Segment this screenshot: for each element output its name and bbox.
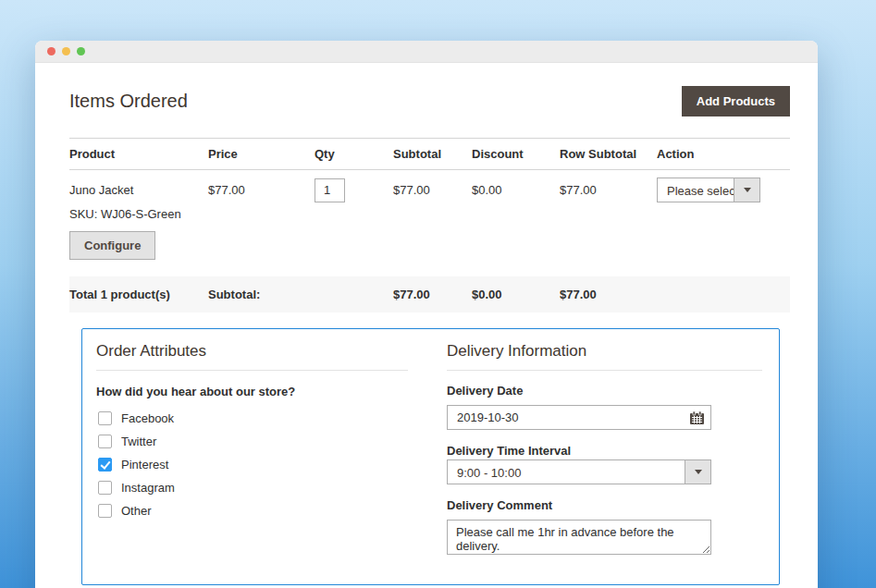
checkbox-option-instagram[interactable]: Instagram <box>96 476 408 499</box>
checkbox-option-facebook[interactable]: Facebook <box>96 407 408 430</box>
row-subtotal-value: $77.00 <box>560 170 657 260</box>
delivery-comment-label: Delivery Comment <box>447 498 762 512</box>
order-attributes-panel: Order Attributes How did you hear about … <box>81 328 780 585</box>
chevron-down-icon[interactable] <box>685 460 710 484</box>
checkbox-option-pinterest[interactable]: Pinterest <box>96 453 408 476</box>
checkbox-icon[interactable] <box>98 504 112 518</box>
configure-button[interactable]: Configure <box>69 231 155 260</box>
checkbox-icon[interactable] <box>98 481 112 495</box>
column-header-product: Product <box>69 139 208 169</box>
column-header-subtotal: Subtotal <box>393 139 472 169</box>
delivery-comment-textarea[interactable]: Please call me 1hr in advance before the… <box>447 520 711 555</box>
totals-row-subtotal-value: $77.00 <box>560 276 657 312</box>
delivery-date-field[interactable] <box>447 405 711 430</box>
column-header-discount: Discount <box>472 139 560 169</box>
zoom-window-button[interactable] <box>77 47 85 55</box>
totals-label: Total 1 product(s) <box>69 276 208 312</box>
delivery-time-select[interactable]: 9:00 - 10:00 <box>447 459 711 484</box>
chevron-down-icon[interactable] <box>734 178 759 202</box>
product-cell: Juno Jacket SKU: WJ06-S-Green Configure <box>69 170 208 260</box>
totals-subtotal-value: $77.00 <box>393 276 472 312</box>
checkbox-option-other[interactable]: Other <box>96 499 408 522</box>
items-table-header: Product Price Qty Subtotal Discount Row … <box>69 138 790 170</box>
checkbox-option-twitter[interactable]: Twitter <box>96 430 408 453</box>
add-products-button[interactable]: Add Products <box>682 86 790 116</box>
table-row: Juno Jacket SKU: WJ06-S-Green Configure … <box>69 170 790 260</box>
store-question-label: How did you hear about our store? <box>96 385 408 398</box>
delivery-date-input[interactable] <box>448 410 683 424</box>
product-sku: SKU: WJ06-S-Green <box>69 207 199 221</box>
close-window-button[interactable] <box>47 47 56 55</box>
order-attributes-section: Order Attributes How did you hear about … <box>96 342 408 558</box>
qty-input[interactable] <box>315 178 345 202</box>
checkbox-icon[interactable] <box>98 411 112 425</box>
discount-value: $0.00 <box>472 170 560 260</box>
totals-subtotal-label: Subtotal: <box>208 276 315 312</box>
delivery-time-label: Delivery Time Interval <box>447 444 762 458</box>
delivery-information-section: Delivery Information Delivery Date <box>447 342 762 558</box>
checkbox-checked-icon[interactable] <box>98 458 112 472</box>
delivery-date-label: Delivery Date <box>447 384 762 398</box>
column-header-qty: Qty <box>315 139 393 169</box>
minimize-window-button[interactable] <box>62 47 70 55</box>
delivery-information-title: Delivery Information <box>447 342 762 371</box>
product-name: Juno Jacket <box>69 183 199 197</box>
action-select[interactable]: Please select <box>657 178 760 202</box>
totals-discount-value: $0.00 <box>472 276 560 312</box>
column-header-row-subtotal: Row Subtotal <box>560 139 657 169</box>
browser-window: Items Ordered Add Products Product Price… <box>35 41 818 588</box>
page-title: Items Ordered <box>69 91 188 112</box>
subtotal-value: $77.00 <box>393 170 472 260</box>
column-header-action: Action <box>657 139 790 169</box>
action-select-value: Please select <box>658 178 734 202</box>
column-header-price: Price <box>208 139 315 169</box>
delivery-time-value: 9:00 - 10:00 <box>448 460 685 484</box>
checkbox-icon[interactable] <box>98 435 112 448</box>
calendar-icon[interactable] <box>683 406 710 429</box>
totals-row: Total 1 product(s) Subtotal: $77.00 $0.0… <box>69 276 790 312</box>
order-attributes-title: Order Attributes <box>96 342 408 371</box>
price-value: $77.00 <box>208 170 315 260</box>
window-titlebar <box>35 41 818 63</box>
